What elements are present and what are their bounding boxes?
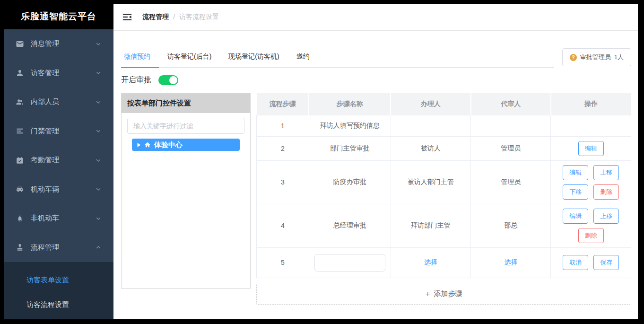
chevron-down-icon — [96, 99, 101, 105]
save-button[interactable]: 保存 — [593, 255, 619, 270]
sidebar-subitem-visitor-form-settings[interactable]: 访客表单设置 — [4, 268, 113, 292]
step-name-cell: 拜访人填写预约信息 — [309, 115, 391, 136]
sidebar-item-process[interactable]: 流程管理 — [4, 233, 113, 263]
select-handler-link[interactable]: 选择 — [424, 258, 437, 266]
main-area: 流程管理 / 访客流程设置 微信预约访客登记(后台)现场登记(访客机)邀约 审批… — [113, 4, 638, 319]
message-icon — [16, 40, 24, 48]
table-row: 2部门主管审批被访人管理员编辑 — [257, 136, 631, 160]
tab-visitor-register-backend[interactable]: 访客登记(后台) — [159, 52, 220, 68]
sidebar-item-non-motor[interactable]: 非机动车 — [4, 204, 113, 233]
delete-button[interactable]: 删除 — [578, 228, 604, 243]
table-body: 1拜访人填写预约信息2部门主管审批被访人管理员编辑3防疫办审批被访人部门主管管理… — [257, 115, 631, 278]
add-step-button[interactable]: + 添加步骤 — [256, 284, 631, 305]
sidebar-item-visitors[interactable]: 访客管理 — [4, 59, 113, 88]
table-row: 1拜访人填写预约信息 — [257, 115, 631, 136]
tree-panel-title: 按表单部门控件设置 — [122, 94, 250, 113]
car-icon — [16, 185, 24, 193]
breadcrumb-level2: 访客流程设置 — [179, 13, 219, 21]
sidebar-item-staff[interactable]: 内部人员 — [4, 88, 113, 117]
step-name-cell — [309, 247, 391, 278]
stamp-icon — [16, 243, 24, 252]
move-up-button[interactable]: 上移 — [593, 209, 619, 224]
tab-invitation[interactable]: 邀约 — [288, 52, 318, 68]
column-header: 办理人 — [391, 93, 470, 115]
select-delegate-link[interactable]: 选择 — [504, 258, 517, 266]
tree-node-label: 体验中心 — [154, 140, 183, 149]
page-content: 微信预约访客登记(后台)现场登记(访客机)邀约 审批管理员 1人 开启审批 按表… — [113, 31, 638, 319]
approver-badge-button[interactable]: 审批管理员 1人 — [562, 48, 631, 66]
department-tree-panel: 按表单部门控件设置 体验中心 — [121, 93, 251, 289]
chevron-down-icon — [96, 128, 101, 134]
sidebar-item-label: 访客管理 — [31, 69, 96, 78]
question-icon — [570, 54, 577, 61]
body-row: 按表单部门控件设置 体验中心 — [121, 93, 631, 305]
handler-cell: 被访人 — [391, 136, 470, 160]
cancel-button[interactable]: 取消 — [563, 255, 588, 270]
sidebar-item-label: 考勤管理 — [31, 156, 96, 165]
sidebar-menu: 消息管理访客管理内部人员门禁管理考勤管理机动车辆非机动车流程管理 — [4, 29, 113, 262]
scooter-icon — [16, 214, 24, 223]
edit-button[interactable]: 编辑 — [578, 141, 604, 156]
breadcrumb-level1[interactable]: 流程管理 — [142, 13, 169, 21]
actions-cell: 编辑 — [551, 136, 631, 160]
step-name-input[interactable] — [314, 254, 385, 271]
attendance-icon — [16, 156, 24, 165]
move-down-button[interactable]: 下移 — [563, 184, 588, 200]
step-name-cell: 总经理审批 — [309, 204, 391, 247]
toggle-knob — [169, 76, 177, 84]
tab-bar: 微信预约访客登记(后台)现场登记(访客机)邀约 — [121, 52, 554, 68]
step-number-cell: 2 — [257, 136, 309, 160]
chevron-down-icon — [96, 186, 101, 192]
sidebar-item-vehicles[interactable]: 机动车辆 — [4, 175, 113, 204]
step-number-cell: 1 — [257, 115, 309, 136]
visitor-icon — [16, 69, 24, 77]
chevron-up-icon — [96, 245, 101, 250]
sidebar-item-access[interactable]: 门禁管理 — [4, 117, 113, 146]
edit-button[interactable]: 编辑 — [563, 165, 588, 180]
actions-cell: 编辑上移删除 — [551, 204, 631, 247]
topbar: 流程管理 / 访客流程设置 — [113, 4, 638, 31]
sidebar-item-label: 门禁管理 — [31, 127, 96, 136]
step-name-cell: 部门主管审批 — [309, 136, 391, 160]
chevron-down-icon — [96, 70, 101, 76]
sidebar-item-label: 非机动车 — [31, 214, 96, 223]
breadcrumb-separator: / — [173, 13, 175, 21]
sidebar-item-messages[interactable]: 消息管理 — [4, 29, 113, 59]
tree-node-experience-center[interactable]: 体验中心 — [132, 139, 240, 151]
staff-icon — [16, 98, 24, 106]
delegate-cell: 选择 — [471, 247, 551, 278]
sidebar-item-attendance[interactable]: 考勤管理 — [4, 146, 113, 175]
step-name-cell: 防疫办审批 — [309, 160, 391, 204]
step-number-cell: 3 — [257, 160, 309, 204]
delete-button[interactable]: 删除 — [593, 184, 619, 200]
actions-group: 编辑 — [557, 141, 625, 156]
chevron-down-icon — [96, 216, 101, 221]
column-header: 操作 — [551, 93, 631, 115]
approver-badge-label: 审批管理员 — [580, 53, 611, 61]
handler-cell: 拜访部门主管 — [391, 204, 470, 247]
sidebar: 乐脸通智能云平台 消息管理访客管理内部人员门禁管理考勤管理机动车辆非机动车流程管… — [4, 4, 113, 319]
step-number-cell: 5 — [257, 247, 309, 278]
approval-toggle[interactable] — [158, 75, 178, 85]
sidebar-item-label: 机动车辆 — [31, 185, 96, 194]
tab-onsite-register-kiosk[interactable]: 现场登记(访客机) — [220, 52, 287, 68]
handler-cell — [391, 115, 470, 136]
approval-switch-row: 开启审批 — [121, 75, 631, 85]
actions-group: 编辑上移删除 — [557, 209, 625, 243]
tree-filter-input[interactable] — [127, 118, 244, 134]
process-steps-table: 流程步骤步骤名称办理人代审人操作 1拜访人填写预约信息2部门主管审批被访人管理员… — [256, 93, 631, 278]
chevron-down-icon — [96, 41, 101, 47]
handler-cell: 选择 — [391, 247, 470, 278]
actions-cell: 编辑上移下移删除 — [551, 160, 631, 204]
edit-button[interactable]: 编辑 — [563, 209, 588, 224]
tab-wechat-reservation[interactable]: 微信预约 — [121, 52, 159, 68]
actions-cell: 取消保存 — [551, 247, 631, 278]
sidebar-subitem-visitor-flow-settings[interactable]: 访客流程设置 — [4, 292, 113, 317]
column-header: 代审人 — [471, 93, 551, 115]
move-up-button[interactable]: 上移 — [593, 165, 619, 180]
sidebar-collapse-icon[interactable] — [122, 12, 132, 22]
delegate-cell: 管理员 — [471, 136, 551, 160]
table-header-row: 流程步骤步骤名称办理人代审人操作 — [257, 93, 631, 115]
delegate-cell: 管理员 — [471, 160, 551, 204]
approval-switch-label: 开启审批 — [121, 75, 151, 85]
